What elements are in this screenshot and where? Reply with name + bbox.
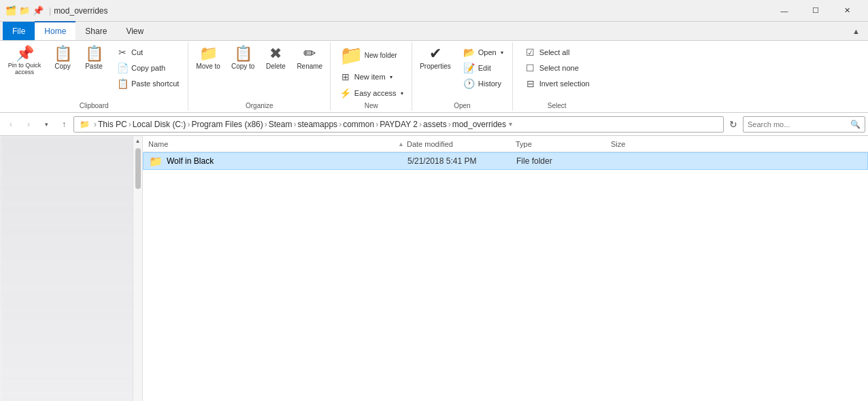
open-dropdown-icon: ▾: [501, 50, 503, 56]
new-item-button[interactable]: ⊞ New item ▾: [335, 69, 397, 84]
edit-button[interactable]: 📝 Edit: [458, 60, 508, 75]
select-all-icon: ☑: [524, 47, 537, 58]
path-assets[interactable]: assets: [423, 120, 447, 129]
easy-access-button[interactable]: ⚡ Easy access ▾: [335, 86, 408, 101]
paste-shortcut-button[interactable]: 📋 Paste shortcut: [112, 76, 184, 91]
close-button[interactable]: ✕: [831, 0, 863, 22]
search-input[interactable]: [748, 120, 848, 128]
ribbon-new: 📁 New folder ⊞ New item ▾ ⚡ Easy access …: [331, 42, 412, 111]
ribbon-open: ✔ Properties 📂 Open ▾ 📝 Edit 🕐 History: [412, 42, 513, 111]
copy-to-button[interactable]: 📋 Copy to: [227, 43, 259, 73]
select-all-button[interactable]: ☑ Select all: [520, 45, 595, 60]
file-date-cell: 5/21/2018 5:41 PM: [407, 156, 516, 166]
file-name: Wolf in Black: [167, 156, 214, 166]
properties-icon: ✔: [429, 46, 441, 61]
sidebar: ▲: [0, 136, 143, 401]
path-mod-overrides[interactable]: mod_overrides: [452, 120, 506, 129]
path-dropdown-icon[interactable]: ▾: [509, 120, 512, 128]
copy-button[interactable]: 📋 Copy: [48, 43, 78, 73]
move-icon: 📁: [199, 46, 218, 61]
delete-button[interactable]: ✖ Delete: [261, 43, 290, 73]
sidebar-content: [0, 136, 142, 401]
new-folder-icon: 📁: [339, 46, 363, 65]
pin-to-quick-access-button[interactable]: 📌 Pin to Quick access: [3, 43, 46, 79]
path-steamapps[interactable]: steamapps: [297, 120, 337, 129]
table-row[interactable]: 📁 Wolf in Black 5/21/2018 5:41 PM File f…: [143, 152, 868, 170]
paste-icon: 📋: [85, 46, 103, 61]
file-list: 📁 Wolf in Black 5/21/2018 5:41 PM File f…: [143, 152, 868, 401]
path-local-disk[interactable]: Local Disk (C:): [133, 120, 186, 129]
path-common[interactable]: common: [343, 120, 374, 129]
folder-icon: 📁: [149, 155, 163, 168]
copy-path-icon: 📄: [116, 63, 129, 73]
search-box[interactable]: 🔍: [743, 116, 865, 133]
path-this-pc[interactable]: This PC: [98, 120, 127, 129]
title-bar: 🗂️ 📁 📌 | mod_overrides — ☐ ✕: [0, 0, 868, 22]
scroll-thumb[interactable]: [135, 148, 141, 189]
title-icon-2: 📁: [19, 5, 30, 16]
maximize-button[interactable]: ☐: [800, 0, 831, 22]
col-date-header[interactable]: Date modified: [407, 140, 516, 148]
file-name-cell: 📁 Wolf in Black: [149, 155, 407, 168]
up-button[interactable]: ↑: [56, 116, 72, 133]
title-separator: |: [49, 6, 51, 16]
back-button[interactable]: ‹: [3, 116, 19, 133]
scroll-up-arrow[interactable]: ▲: [133, 136, 143, 145]
search-icon: 🔍: [850, 120, 861, 129]
delete-icon: ✖: [269, 46, 282, 61]
easy-access-icon: ⚡: [339, 88, 352, 99]
col-type-header[interactable]: Type: [516, 140, 611, 148]
select-none-icon: ☐: [524, 63, 537, 73]
new-folder-button[interactable]: 📁 New folder: [335, 43, 403, 68]
file-type-cell: File folder: [516, 156, 612, 166]
rename-button[interactable]: ✏ Rename: [292, 43, 327, 73]
ribbon-collapse-chevron[interactable]: ▲: [847, 22, 865, 40]
history-icon: 🕐: [463, 78, 475, 89]
history-button[interactable]: 🕐 History: [458, 76, 508, 91]
col-name-header[interactable]: Name ▲: [148, 140, 407, 148]
tab-file[interactable]: File: [3, 22, 35, 40]
rename-icon: ✏: [303, 46, 316, 61]
select-label: Select: [516, 101, 599, 111]
forward-button[interactable]: ›: [20, 116, 37, 133]
invert-selection-icon: ⊟: [524, 78, 537, 89]
path-home-icon: 📁: [80, 120, 90, 129]
refresh-button[interactable]: ↻: [725, 116, 741, 133]
properties-button[interactable]: ✔ Properties: [415, 43, 456, 73]
file-area: Name ▲ Date modified Type Size 📁 Wolf in…: [143, 136, 868, 401]
invert-selection-button[interactable]: ⊟ Invert selection: [520, 76, 595, 91]
copy-path-button[interactable]: 📄 Copy path: [112, 60, 184, 75]
new-label: New: [333, 101, 409, 111]
move-to-button[interactable]: 📁 Move to: [191, 43, 225, 73]
path-program-files[interactable]: Program Files (x86): [191, 120, 263, 129]
open-section-label: Open: [415, 101, 510, 111]
edit-icon: 📝: [463, 63, 475, 73]
address-path[interactable]: 📁 › This PC › Local Disk (C:) › Program …: [73, 116, 724, 133]
open-button[interactable]: 📂 Open ▾: [458, 45, 508, 60]
cut-icon: ✂: [116, 47, 129, 58]
title-bar-controls: — ☐ ✕: [769, 0, 863, 22]
title-bar-icons: 🗂️ 📁 📌 |: [5, 5, 54, 16]
ribbon-tabs: File Home Share View ▲: [0, 22, 868, 41]
paste-button[interactable]: 📋 Paste: [79, 43, 109, 73]
tab-share[interactable]: Share: [76, 22, 116, 40]
copy-to-icon: 📋: [234, 46, 252, 61]
tab-home[interactable]: Home: [35, 21, 76, 40]
title-icon-3: 📌: [33, 5, 44, 16]
ribbon-organize: 📁 Move to 📋 Copy to ✖ Delete ✏ Rename Or…: [188, 42, 331, 111]
select-none-button[interactable]: ☐ Select none: [520, 60, 595, 75]
copy-icon: 📋: [54, 46, 72, 61]
new-item-dropdown-icon: ▾: [390, 74, 393, 80]
sidebar-scrollbar: ▲: [133, 136, 142, 401]
tab-view[interactable]: View: [116, 22, 153, 40]
path-payday2[interactable]: PAYDAY 2: [380, 120, 418, 129]
main-content: ▲ Name ▲ Date modified Type Size 📁 Wolf …: [0, 136, 868, 401]
cut-button[interactable]: ✂ Cut: [112, 45, 184, 60]
sort-arrow: ▲: [398, 141, 404, 147]
path-steam[interactable]: Steam: [269, 120, 293, 129]
recent-locations-button[interactable]: ▾: [38, 116, 54, 133]
col-size-header[interactable]: Size: [611, 140, 679, 148]
column-header: Name ▲ Date modified Type Size: [143, 136, 868, 152]
title-icon-1: 🗂️: [5, 5, 16, 16]
minimize-button[interactable]: —: [769, 0, 800, 22]
